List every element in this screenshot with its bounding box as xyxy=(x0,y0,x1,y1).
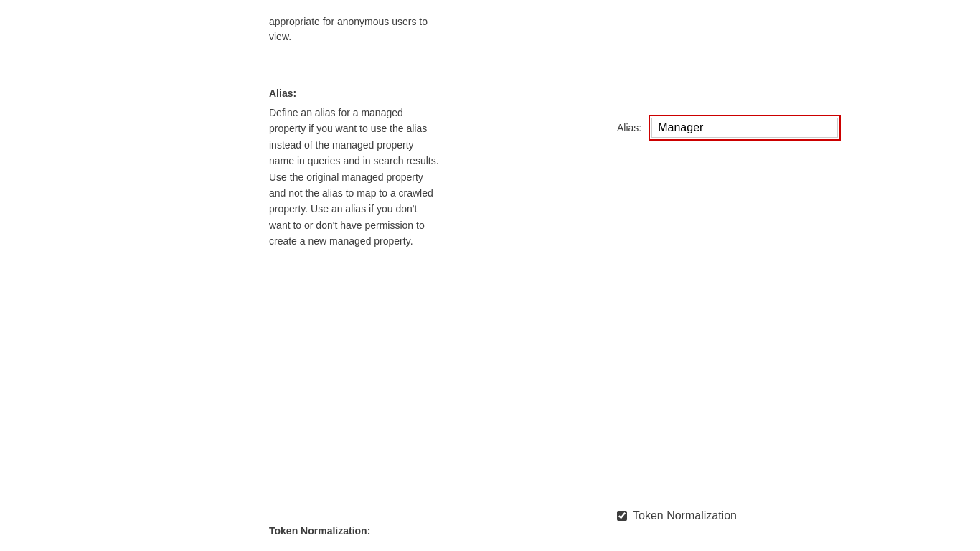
alias-section: Alias: Define an alias for a managed pro… xyxy=(269,88,560,250)
alias-field-label: Alias: xyxy=(617,122,641,133)
alias-row: Alias: xyxy=(617,115,951,141)
intro-line2: view. xyxy=(269,31,291,42)
alias-section-description: Define an alias for a managed property i… xyxy=(269,105,560,250)
right-content: Alias: Token Normalization xyxy=(617,14,951,537)
alias-section-label: Alias: xyxy=(269,88,560,99)
intro-text: appropriate for anonymous users to view. xyxy=(269,14,560,44)
token-normalization-text: Token Normalization xyxy=(633,509,737,522)
page-container: appropriate for anonymous users to view.… xyxy=(0,0,980,551)
token-normalization-label-left: Token Normalization: xyxy=(269,525,560,537)
token-normalization-left-section: Token Normalization: xyxy=(269,525,560,537)
intro-line1: appropriate for anonymous users to xyxy=(269,16,428,27)
alias-input[interactable] xyxy=(651,118,838,138)
content-area: appropriate for anonymous users to view.… xyxy=(0,0,980,551)
token-normalization-checkbox[interactable] xyxy=(617,511,627,521)
left-column: appropriate for anonymous users to view.… xyxy=(0,0,588,551)
token-normalization-row: Token Normalization xyxy=(617,509,951,537)
right-column: Alias: Token Normalization xyxy=(588,0,980,551)
alias-input-wrapper xyxy=(649,115,841,141)
token-normalization-right-section: Token Normalization xyxy=(617,509,951,537)
